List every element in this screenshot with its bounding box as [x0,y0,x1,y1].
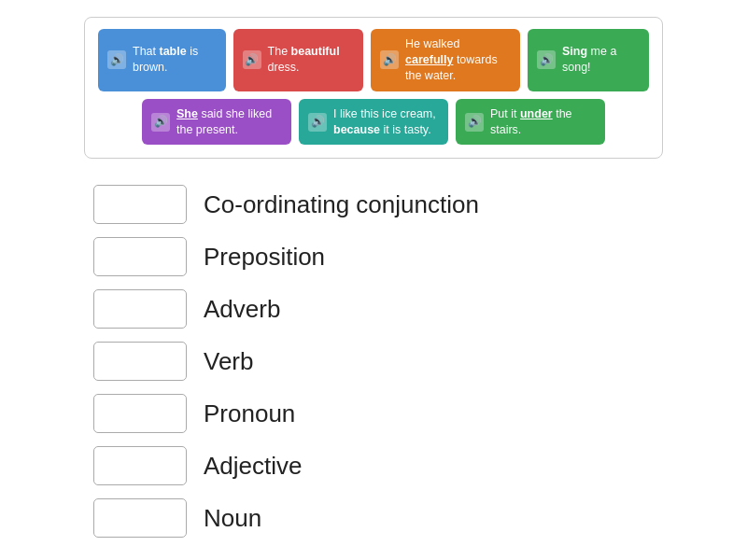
card-card-green[interactable]: 🔊Sing me a song! [528,29,649,91]
card-card-orange[interactable]: 🔊He walked carefully towards the water. [371,29,520,91]
speaker-icon: 🔊 [308,113,327,132]
drop-box-verb[interactable] [93,342,187,381]
drop-box-noun[interactable] [93,498,187,538]
card-text: He walked carefully towards the water. [405,36,511,84]
match-item-noun: Noun [93,498,747,538]
speaker-icon: 🔊 [380,50,399,69]
speaker-icon: 🔊 [537,50,556,69]
drop-box-adjective[interactable] [93,446,187,485]
card-text: The beautiful dress. [268,44,354,76]
card-card-red[interactable]: 🔊The beautiful dress. [233,29,363,91]
match-label-verb: Verb [204,347,254,376]
match-label-noun: Noun [204,504,261,533]
drop-box-pronoun[interactable] [93,394,187,433]
match-list: Co-ordinating conjunctionPrepositionAdve… [93,185,747,538]
card-card-teal[interactable]: 🔊I like this ice cream, because it is ta… [299,99,448,146]
speaker-icon: 🔊 [107,50,126,69]
match-label-adjective: Adjective [204,452,303,481]
card-text: That table is brown. [133,44,217,76]
drop-box-coord-conj[interactable] [93,185,187,224]
match-item-adjective: Adjective [93,446,747,485]
card-text: Put it under the stairs. [490,106,596,138]
match-item-coord-conj: Co-ordinating conjunction [93,185,747,224]
match-label-adverb: Adverb [204,295,280,324]
cards-row-2: 🔊She said she liked the present.🔊I like … [98,99,649,146]
match-label-coord-conj: Co-ordinating conjunction [204,190,479,219]
match-item-pronoun: Pronoun [93,394,747,433]
card-text: Sing me a song! [562,44,640,76]
card-text: She said she liked the present. [176,106,282,138]
match-label-pronoun: Pronoun [204,399,295,428]
cards-row-1: 🔊That table is brown.🔊The beautiful dres… [98,29,649,91]
match-item-adverb: Adverb [93,289,747,329]
speaker-icon: 🔊 [465,113,484,132]
match-item-verb: Verb [93,342,747,381]
card-card-green2[interactable]: 🔊Put it under the stairs. [456,99,605,146]
card-text: I like this ice cream, because it is tas… [333,106,439,138]
match-item-preposition: Preposition [93,237,747,276]
card-card-purple[interactable]: 🔊She said she liked the present. [142,99,291,146]
drop-box-preposition[interactable] [93,237,187,276]
speaker-icon: 🔊 [243,50,261,69]
speaker-icon: 🔊 [151,113,170,132]
match-label-preposition: Preposition [204,243,325,272]
card-card-blue[interactable]: 🔊That table is brown. [98,29,226,91]
cards-container: 🔊That table is brown.🔊The beautiful dres… [84,17,663,159]
drop-box-adverb[interactable] [93,289,187,329]
